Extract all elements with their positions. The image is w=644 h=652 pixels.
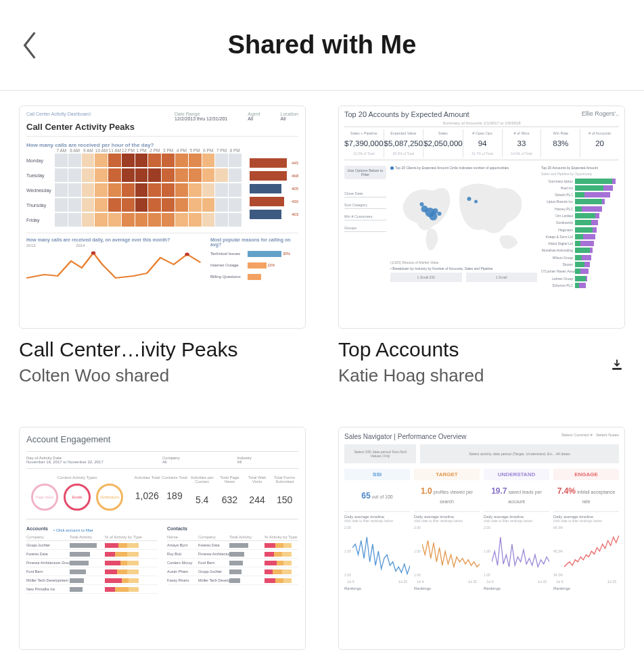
svg-point-8: [467, 197, 472, 201]
page-title: Shared with Me: [228, 30, 417, 60]
dashboard-thumbnail[interactable]: Call Center Activity Dashboard Call Cent…: [19, 106, 306, 329]
svg-point-0: [91, 252, 96, 255]
svg-point-5: [430, 212, 438, 220]
dashboard-card: Sales Navigator | Performance Overview S…: [338, 427, 625, 650]
card-subtitle: Katie Hoag shared: [338, 365, 603, 386]
dashboard-thumbnail[interactable]: Account Engagement Day of Activity Date …: [19, 427, 306, 650]
dashboard-thumbnail[interactable]: Top 20 Accounts by Expected Amount Ellie…: [338, 106, 625, 329]
thumb-account-engagement: Account Engagement Day of Activity Date …: [20, 427, 305, 594]
thumb-top-accounts: Top 20 Accounts by Expected Amount Ellie…: [339, 106, 624, 294]
card-title: Top Accounts: [338, 338, 603, 361]
svg-point-7: [438, 212, 442, 216]
card-subtitle: Colten Woo shared: [19, 365, 306, 386]
svg-rect-10: [613, 368, 622, 369]
svg-point-6: [420, 202, 424, 206]
download-button[interactable]: [609, 356, 625, 373]
world-map-icon: [390, 172, 537, 260]
svg-point-9: [474, 200, 478, 204]
card-title: Call Center…ivity Peaks: [19, 338, 306, 361]
dashboard-card: Account Engagement Day of Activity Date …: [19, 427, 306, 650]
chevron-left-icon: [22, 31, 39, 60]
thumb-call-center: Call Center Activity Dashboard Call Cent…: [20, 106, 305, 286]
dashboard-thumbnail[interactable]: Sales Navigator | Performance Overview S…: [338, 427, 625, 650]
back-button[interactable]: [14, 28, 47, 62]
cards-grid: Call Center Activity Dashboard Call Cent…: [0, 91, 644, 650]
thumb-sales-navigator: Sales Navigator | Performance Overview S…: [339, 427, 624, 590]
dashboard-card: Top 20 Accounts by Expected Amount Ellie…: [338, 106, 625, 386]
svg-point-1: [185, 253, 189, 256]
app-header: Shared with Me: [0, 0, 644, 91]
download-icon: [611, 358, 623, 371]
dashboard-card: Call Center Activity Dashboard Call Cent…: [19, 106, 306, 386]
